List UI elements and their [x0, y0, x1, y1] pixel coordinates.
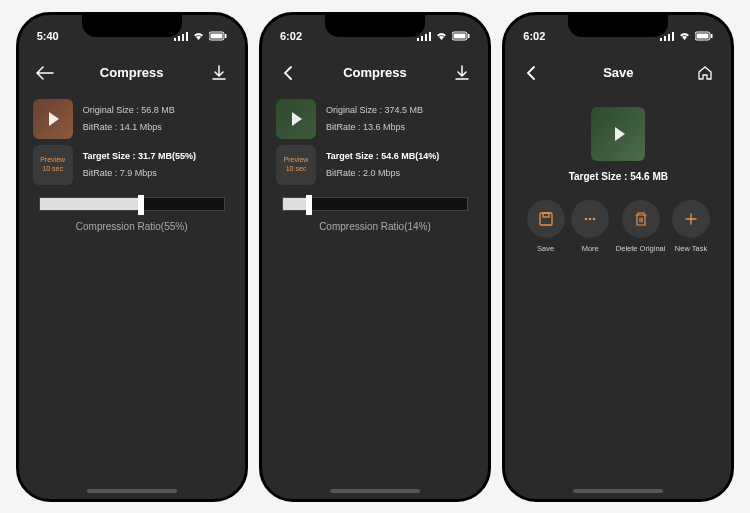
back-button[interactable] [521, 63, 541, 83]
home-button[interactable] [695, 63, 715, 83]
page-title: Compress [100, 65, 164, 80]
status-time: 6:02 [280, 30, 302, 42]
compression-ratio-label: Compression Ratio(14%) [276, 221, 474, 232]
notch [82, 15, 182, 37]
phone-screen-1: 5:40 Compress Original Size : 56.8 MB Bi… [16, 12, 248, 502]
play-icon [49, 112, 59, 126]
target-size-label: Target Size : 54.6 MB(14%) [326, 148, 439, 164]
svg-point-24 [589, 217, 592, 220]
content: Target Size : 54.6 MB Save More Delete O… [505, 93, 731, 499]
more-button[interactable]: More [571, 200, 609, 253]
svg-rect-17 [672, 32, 674, 41]
page-title: Compress [343, 65, 407, 80]
new-task-button[interactable]: New Task [672, 200, 710, 253]
target-row: Preview 10 sec Target Size : 31.7 MB(55%… [33, 145, 231, 185]
preview-time: 10 sec [42, 165, 63, 173]
original-size-label: Original Size : 374.5 MB [326, 102, 423, 118]
save-button[interactable]: Save [527, 200, 565, 253]
save-icon [537, 210, 555, 228]
phone-screen-3: 6:02 Save Target Size : 54.6 MB Save M [502, 12, 734, 502]
page-title: Save [603, 65, 633, 80]
action-label: New Task [675, 244, 707, 253]
svg-rect-22 [543, 213, 549, 217]
compression-ratio-label: Compression Ratio(55%) [33, 221, 231, 232]
more-icon [581, 210, 599, 228]
original-row: Original Size : 56.8 MB BitRate : 14.1 M… [33, 99, 231, 139]
preview-time: 10 sec [286, 165, 307, 173]
svg-rect-13 [468, 34, 470, 38]
nav-bar: Compress [19, 53, 245, 93]
status-time: 6:02 [523, 30, 545, 42]
svg-point-25 [593, 217, 596, 220]
original-info: Original Size : 374.5 MB BitRate : 13.6 … [326, 102, 423, 134]
action-label: Delete Original [616, 244, 666, 253]
play-icon [292, 112, 302, 126]
target-bitrate-label: BitRate : 7.9 Mbps [83, 165, 196, 181]
target-row: Preview 10 sec Target Size : 54.6 MB(14%… [276, 145, 474, 185]
status-right [660, 31, 713, 41]
svg-rect-0 [174, 38, 176, 41]
target-info: Target Size : 31.7 MB(55%) BitRate : 7.9… [83, 148, 196, 180]
svg-rect-15 [664, 36, 666, 41]
svg-rect-10 [429, 32, 431, 41]
original-size-label: Original Size : 56.8 MB [83, 102, 175, 118]
preview-thumbnail[interactable]: Preview 10 sec [276, 145, 316, 185]
svg-rect-5 [210, 33, 222, 38]
svg-rect-7 [417, 38, 419, 41]
back-button[interactable] [35, 63, 55, 83]
battery-icon [452, 31, 470, 41]
target-size-label: Target Size : 54.6 MB [519, 171, 717, 182]
home-indicator[interactable] [330, 489, 420, 493]
svg-rect-2 [182, 34, 184, 41]
original-thumbnail[interactable] [33, 99, 73, 139]
status-right [174, 31, 227, 41]
compression-slider[interactable] [33, 197, 231, 211]
play-icon [615, 127, 625, 141]
original-bitrate-label: BitRate : 14.1 Mbps [83, 119, 175, 135]
svg-rect-6 [225, 34, 227, 38]
status-right [417, 31, 470, 41]
original-row: Original Size : 374.5 MB BitRate : 13.6 … [276, 99, 474, 139]
status-time: 5:40 [37, 30, 59, 42]
action-row: Save More Delete Original New Task [519, 200, 717, 253]
svg-rect-9 [425, 34, 427, 41]
back-button[interactable] [278, 63, 298, 83]
plus-icon [682, 210, 700, 228]
action-label: More [582, 244, 599, 253]
preview-thumbnail[interactable]: Preview 10 sec [33, 145, 73, 185]
preview-label: Preview [40, 156, 65, 164]
target-info: Target Size : 54.6 MB(14%) BitRate : 2.0… [326, 148, 439, 180]
battery-icon [695, 31, 713, 41]
delete-original-button[interactable]: Delete Original [616, 200, 666, 253]
download-button[interactable] [209, 63, 229, 83]
nav-bar: Save [505, 53, 731, 93]
notch [325, 15, 425, 37]
wifi-icon [678, 31, 691, 41]
svg-rect-14 [660, 38, 662, 41]
trash-icon [632, 210, 650, 228]
svg-rect-3 [186, 32, 188, 41]
svg-rect-16 [668, 34, 670, 41]
wifi-icon [435, 31, 448, 41]
target-bitrate-label: BitRate : 2.0 Mbps [326, 165, 439, 181]
notch [568, 15, 668, 37]
download-button[interactable] [452, 63, 472, 83]
phone-screen-2: 6:02 Compress Original Size : 374.5 MB B… [259, 12, 491, 502]
action-label: Save [537, 244, 554, 253]
svg-rect-8 [421, 36, 423, 41]
result-thumbnail[interactable] [591, 107, 645, 161]
home-indicator[interactable] [87, 489, 177, 493]
svg-rect-12 [453, 33, 465, 38]
original-thumbnail[interactable] [276, 99, 316, 139]
compression-slider[interactable] [276, 197, 474, 211]
original-info: Original Size : 56.8 MB BitRate : 14.1 M… [83, 102, 175, 134]
wifi-icon [192, 31, 205, 41]
svg-rect-19 [697, 33, 709, 38]
battery-icon [209, 31, 227, 41]
svg-rect-1 [178, 36, 180, 41]
original-bitrate-label: BitRate : 13.6 Mbps [326, 119, 423, 135]
home-indicator[interactable] [573, 489, 663, 493]
nav-bar: Compress [262, 53, 488, 93]
svg-rect-21 [540, 213, 552, 225]
svg-point-23 [585, 217, 588, 220]
